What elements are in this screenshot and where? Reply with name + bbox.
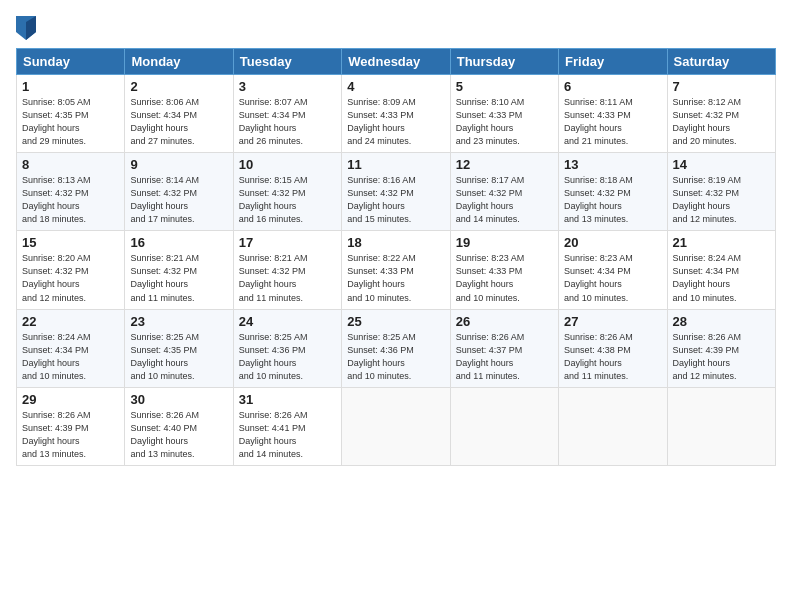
calendar-cell: 22 Sunrise: 8:24 AMSunset: 4:34 PMDaylig… (17, 309, 125, 387)
day-info: Sunrise: 8:24 AMSunset: 4:34 PMDaylight … (22, 332, 91, 381)
day-number: 27 (564, 314, 661, 329)
day-number: 24 (239, 314, 336, 329)
calendar-day-header: Wednesday (342, 49, 450, 75)
day-info: Sunrise: 8:21 AMSunset: 4:32 PMDaylight … (130, 253, 199, 302)
day-number: 25 (347, 314, 444, 329)
day-number: 30 (130, 392, 227, 407)
calendar-day-header: Thursday (450, 49, 558, 75)
calendar-cell: 2 Sunrise: 8:06 AMSunset: 4:34 PMDayligh… (125, 75, 233, 153)
day-info: Sunrise: 8:13 AMSunset: 4:32 PMDaylight … (22, 175, 91, 224)
calendar-cell: 30 Sunrise: 8:26 AMSunset: 4:40 PMDaylig… (125, 387, 233, 465)
day-number: 17 (239, 235, 336, 250)
day-info: Sunrise: 8:26 AMSunset: 4:37 PMDaylight … (456, 332, 525, 381)
day-number: 7 (673, 79, 770, 94)
calendar-cell: 21 Sunrise: 8:24 AMSunset: 4:34 PMDaylig… (667, 231, 775, 309)
day-info: Sunrise: 8:05 AMSunset: 4:35 PMDaylight … (22, 97, 91, 146)
day-number: 6 (564, 79, 661, 94)
calendar-cell: 10 Sunrise: 8:15 AMSunset: 4:32 PMDaylig… (233, 153, 341, 231)
day-info: Sunrise: 8:17 AMSunset: 4:32 PMDaylight … (456, 175, 525, 224)
calendar-cell: 17 Sunrise: 8:21 AMSunset: 4:32 PMDaylig… (233, 231, 341, 309)
day-info: Sunrise: 8:25 AMSunset: 4:36 PMDaylight … (347, 332, 416, 381)
day-number: 21 (673, 235, 770, 250)
day-number: 1 (22, 79, 119, 94)
day-number: 14 (673, 157, 770, 172)
day-number: 9 (130, 157, 227, 172)
calendar-cell: 8 Sunrise: 8:13 AMSunset: 4:32 PMDayligh… (17, 153, 125, 231)
day-info: Sunrise: 8:15 AMSunset: 4:32 PMDaylight … (239, 175, 308, 224)
day-number: 2 (130, 79, 227, 94)
day-info: Sunrise: 8:26 AMSunset: 4:39 PMDaylight … (673, 332, 742, 381)
logo (16, 16, 40, 40)
calendar-cell: 7 Sunrise: 8:12 AMSunset: 4:32 PMDayligh… (667, 75, 775, 153)
day-info: Sunrise: 8:06 AMSunset: 4:34 PMDaylight … (130, 97, 199, 146)
calendar-cell: 4 Sunrise: 8:09 AMSunset: 4:33 PMDayligh… (342, 75, 450, 153)
day-number: 20 (564, 235, 661, 250)
day-info: Sunrise: 8:23 AMSunset: 4:34 PMDaylight … (564, 253, 633, 302)
day-info: Sunrise: 8:20 AMSunset: 4:32 PMDaylight … (22, 253, 91, 302)
calendar-cell (559, 387, 667, 465)
calendar-day-header: Sunday (17, 49, 125, 75)
day-number: 18 (347, 235, 444, 250)
day-info: Sunrise: 8:21 AMSunset: 4:32 PMDaylight … (239, 253, 308, 302)
day-info: Sunrise: 8:26 AMSunset: 4:39 PMDaylight … (22, 410, 91, 459)
calendar-cell: 31 Sunrise: 8:26 AMSunset: 4:41 PMDaylig… (233, 387, 341, 465)
day-number: 3 (239, 79, 336, 94)
day-number: 12 (456, 157, 553, 172)
calendar-cell (450, 387, 558, 465)
calendar-cell: 3 Sunrise: 8:07 AMSunset: 4:34 PMDayligh… (233, 75, 341, 153)
day-number: 29 (22, 392, 119, 407)
calendar-cell (667, 387, 775, 465)
calendar-header-row: SundayMondayTuesdayWednesdayThursdayFrid… (17, 49, 776, 75)
day-info: Sunrise: 8:11 AMSunset: 4:33 PMDaylight … (564, 97, 633, 146)
day-info: Sunrise: 8:09 AMSunset: 4:33 PMDaylight … (347, 97, 416, 146)
day-number: 11 (347, 157, 444, 172)
calendar-cell: 6 Sunrise: 8:11 AMSunset: 4:33 PMDayligh… (559, 75, 667, 153)
calendar-cell: 15 Sunrise: 8:20 AMSunset: 4:32 PMDaylig… (17, 231, 125, 309)
calendar-cell: 12 Sunrise: 8:17 AMSunset: 4:32 PMDaylig… (450, 153, 558, 231)
day-number: 19 (456, 235, 553, 250)
calendar-day-header: Saturday (667, 49, 775, 75)
day-info: Sunrise: 8:10 AMSunset: 4:33 PMDaylight … (456, 97, 525, 146)
day-number: 28 (673, 314, 770, 329)
day-number: 5 (456, 79, 553, 94)
calendar-cell: 27 Sunrise: 8:26 AMSunset: 4:38 PMDaylig… (559, 309, 667, 387)
calendar-cell: 20 Sunrise: 8:23 AMSunset: 4:34 PMDaylig… (559, 231, 667, 309)
calendar-cell: 25 Sunrise: 8:25 AMSunset: 4:36 PMDaylig… (342, 309, 450, 387)
calendar-day-header: Tuesday (233, 49, 341, 75)
calendar-page: SundayMondayTuesdayWednesdayThursdayFrid… (0, 0, 792, 612)
day-info: Sunrise: 8:14 AMSunset: 4:32 PMDaylight … (130, 175, 199, 224)
calendar-week-row: 1 Sunrise: 8:05 AMSunset: 4:35 PMDayligh… (17, 75, 776, 153)
day-info: Sunrise: 8:26 AMSunset: 4:41 PMDaylight … (239, 410, 308, 459)
calendar-cell: 14 Sunrise: 8:19 AMSunset: 4:32 PMDaylig… (667, 153, 775, 231)
day-number: 13 (564, 157, 661, 172)
day-info: Sunrise: 8:18 AMSunset: 4:32 PMDaylight … (564, 175, 633, 224)
day-number: 23 (130, 314, 227, 329)
calendar-day-header: Monday (125, 49, 233, 75)
calendar-cell: 11 Sunrise: 8:16 AMSunset: 4:32 PMDaylig… (342, 153, 450, 231)
day-number: 16 (130, 235, 227, 250)
logo-icon (16, 16, 36, 40)
calendar-cell: 5 Sunrise: 8:10 AMSunset: 4:33 PMDayligh… (450, 75, 558, 153)
day-info: Sunrise: 8:19 AMSunset: 4:32 PMDaylight … (673, 175, 742, 224)
day-number: 8 (22, 157, 119, 172)
calendar-week-row: 8 Sunrise: 8:13 AMSunset: 4:32 PMDayligh… (17, 153, 776, 231)
day-number: 4 (347, 79, 444, 94)
calendar-table: SundayMondayTuesdayWednesdayThursdayFrid… (16, 48, 776, 466)
calendar-week-row: 29 Sunrise: 8:26 AMSunset: 4:39 PMDaylig… (17, 387, 776, 465)
day-number: 10 (239, 157, 336, 172)
day-number: 31 (239, 392, 336, 407)
day-number: 26 (456, 314, 553, 329)
day-info: Sunrise: 8:26 AMSunset: 4:38 PMDaylight … (564, 332, 633, 381)
page-header (16, 12, 776, 40)
day-info: Sunrise: 8:16 AMSunset: 4:32 PMDaylight … (347, 175, 416, 224)
day-info: Sunrise: 8:25 AMSunset: 4:35 PMDaylight … (130, 332, 199, 381)
calendar-cell: 1 Sunrise: 8:05 AMSunset: 4:35 PMDayligh… (17, 75, 125, 153)
day-info: Sunrise: 8:25 AMSunset: 4:36 PMDaylight … (239, 332, 308, 381)
calendar-cell: 28 Sunrise: 8:26 AMSunset: 4:39 PMDaylig… (667, 309, 775, 387)
calendar-cell: 29 Sunrise: 8:26 AMSunset: 4:39 PMDaylig… (17, 387, 125, 465)
calendar-cell: 23 Sunrise: 8:25 AMSunset: 4:35 PMDaylig… (125, 309, 233, 387)
calendar-cell: 16 Sunrise: 8:21 AMSunset: 4:32 PMDaylig… (125, 231, 233, 309)
day-info: Sunrise: 8:24 AMSunset: 4:34 PMDaylight … (673, 253, 742, 302)
day-info: Sunrise: 8:26 AMSunset: 4:40 PMDaylight … (130, 410, 199, 459)
calendar-cell: 19 Sunrise: 8:23 AMSunset: 4:33 PMDaylig… (450, 231, 558, 309)
